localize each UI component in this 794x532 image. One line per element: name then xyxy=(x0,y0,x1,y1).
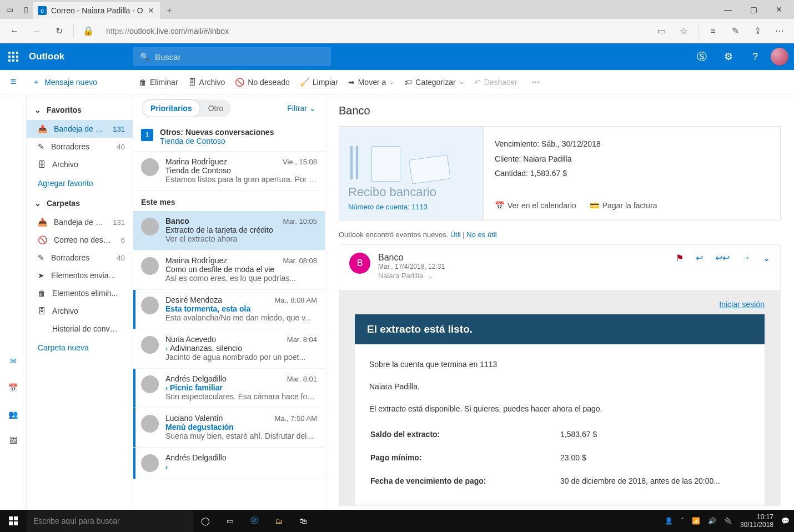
left-rail: ✉ 📅 👥 🖼 xyxy=(0,94,27,510)
events-useful-link[interactable]: Útil xyxy=(450,230,461,239)
store-icon[interactable]: 🛍 xyxy=(291,510,315,532)
site-lock-icon[interactable]: 🔒 xyxy=(78,21,98,41)
sidebar-item[interactable]: 🗑Elementos elimin... xyxy=(27,284,133,302)
filter-button[interactable]: Filtrar ⌄ xyxy=(287,104,316,113)
set-aside-tabs-icon[interactable]: ▯ xyxy=(19,2,33,17)
nav-toggle-icon[interactable]: ≡ xyxy=(0,76,27,88)
skype-icon[interactable]: Ⓢ xyxy=(689,43,715,70)
reply-icon[interactable]: ↩ xyxy=(696,253,703,263)
address-bar[interactable]: https://outlook.live.com/mail/#/inbox xyxy=(100,27,649,36)
sidebar-item[interactable]: 🗄Archivo xyxy=(27,302,133,320)
view-calendar-button[interactable]: 📅Ver en el calendario xyxy=(495,201,576,210)
tab-focused[interactable]: Prioritarios xyxy=(142,99,200,117)
focused-other-toggle[interactable]: Prioritarios Otro xyxy=(142,99,231,117)
tray-power-icon[interactable]: 🔌 xyxy=(724,517,732,525)
sidebar-item[interactable]: 🚫Correo no deseado6 xyxy=(27,231,133,249)
search-input[interactable] xyxy=(155,52,324,62)
search-box[interactable]: 🔍 xyxy=(133,47,331,66)
start-button[interactable] xyxy=(0,510,27,532)
cortana-icon[interactable]: ◯ xyxy=(193,510,218,532)
events-not-useful-link[interactable]: No es útil xyxy=(466,230,496,239)
account-avatar[interactable] xyxy=(771,48,788,66)
tray-people-icon[interactable]: 👤 xyxy=(665,517,673,525)
message-subject: Menú degustación xyxy=(165,423,317,431)
task-view-icon[interactable]: ▭ xyxy=(218,510,242,532)
message-item[interactable]: Andrés DelgadilloMar. 8:01 ›Picnic famil… xyxy=(133,369,325,408)
sender-avatar xyxy=(141,336,159,354)
sidebar-item[interactable]: ➤Elementos enviados xyxy=(27,267,133,284)
message-item[interactable]: Desiré MendozaMa., 8:08 AM Esta tormenta… xyxy=(133,290,325,329)
sidebar-item[interactable]: 🗄Archivo xyxy=(27,155,133,173)
browser-tab[interactable]: o Correo - Naiara Padilla - O ✕ xyxy=(33,2,160,19)
forward-button[interactable]: → xyxy=(27,21,47,41)
add-favorite-link[interactable]: Agregar favorito xyxy=(27,173,133,193)
message-item[interactable]: Marina RodríguezMar. 08:08 Como un desfi… xyxy=(133,250,325,290)
sidebar-item[interactable]: 📥Bandeja de entrada131 xyxy=(27,213,133,231)
window-maximize-icon[interactable]: ▢ xyxy=(741,0,766,19)
archive-button[interactable]: 🗄Archivo xyxy=(188,78,225,87)
message-item[interactable]: Luciano ValentínMa., 7:50 AM Menú degust… xyxy=(133,408,325,448)
amount-line: Cantidad: 1,583.67 $ xyxy=(495,166,769,181)
chevron-down-icon[interactable]: ⌄ xyxy=(763,253,770,263)
hub-icon[interactable]: ≡ xyxy=(703,21,723,41)
tab-other[interactable]: Otro xyxy=(200,99,231,117)
settings-icon[interactable]: ⚙ xyxy=(715,43,742,70)
favorite-icon[interactable]: ☆ xyxy=(674,21,694,41)
edge-icon[interactable]: ⓔ xyxy=(242,510,267,532)
message-item[interactable]: Andrés Delgadillo › xyxy=(133,448,325,479)
login-link[interactable]: Iniciar sesión xyxy=(355,300,765,309)
sidebar-item[interactable]: ✎Borradores40 xyxy=(27,249,133,267)
tray-volume-icon[interactable]: 🔊 xyxy=(708,517,716,525)
taskbar-search[interactable]: Escribe aquí para buscar xyxy=(27,510,193,532)
reading-view-icon[interactable]: ▭ xyxy=(651,21,671,41)
categorize-button[interactable]: 🏷Categorizar⌄ xyxy=(404,78,464,87)
refresh-button[interactable]: ↻ xyxy=(49,21,69,41)
folder-icon: 🗄 xyxy=(38,160,46,169)
people-icon[interactable]: 👥 xyxy=(8,409,19,420)
more-commands-icon[interactable]: ⋯ xyxy=(527,78,545,87)
tray-up-icon[interactable]: ˄ xyxy=(681,517,684,525)
tab-close-icon[interactable]: ✕ xyxy=(148,6,154,15)
help-icon[interactable]: ? xyxy=(742,43,768,70)
message-item[interactable]: BancoMar. 10:05 Extracto de la tarjeta d… xyxy=(133,211,325,250)
brand-label[interactable]: Outlook xyxy=(27,51,133,62)
window-minimize-icon[interactable]: — xyxy=(715,0,741,19)
folders-header[interactable]: ⌄ Carpetas xyxy=(27,193,133,213)
tab-preview-icon[interactable]: ▭ xyxy=(2,2,17,17)
more-icon[interactable]: ⋯ xyxy=(770,21,790,41)
mail-icon[interactable]: ✉ xyxy=(8,355,19,367)
new-tab-button[interactable]: ＋ xyxy=(160,2,179,19)
sidebar-item[interactable]: 📥Bandeja de entrada131 xyxy=(27,120,133,138)
explorer-icon[interactable]: 🗂 xyxy=(267,510,291,532)
sweep-button[interactable]: 🧹Limpiar xyxy=(300,78,338,87)
reply-all-icon[interactable]: ↩↩ xyxy=(715,253,730,263)
app-launcher-icon[interactable] xyxy=(0,43,27,70)
share-icon[interactable]: ⇪ xyxy=(747,21,767,41)
sidebar-item[interactable]: Historial de conversaciones xyxy=(27,320,133,338)
sidebar-item[interactable]: ✎Borradores40 xyxy=(27,138,133,155)
back-button[interactable]: ← xyxy=(4,21,24,41)
tray-wifi-icon[interactable]: 📶 xyxy=(692,517,700,525)
junk-button[interactable]: 🚫No deseado xyxy=(235,78,290,87)
message-item[interactable]: Nuria AcevedoMar. 8:04 ›Adivinanzas, sil… xyxy=(133,329,325,369)
photos-icon[interactable]: 🖼 xyxy=(8,435,19,446)
other-inbox-summary[interactable]: 1 Otros: Nuevas conversaciones Tienda de… xyxy=(133,122,325,152)
favorites-header[interactable]: ⌄ Favoritos xyxy=(27,100,133,120)
delete-button[interactable]: 🗑Eliminar xyxy=(139,78,178,87)
window-close-icon[interactable]: ✕ xyxy=(766,0,792,19)
chevron-down-icon[interactable]: ⌄ xyxy=(428,272,434,280)
flag-icon[interactable]: ⚑ xyxy=(676,253,684,263)
move-button[interactable]: ➡Mover a⌄ xyxy=(348,78,395,87)
message-item[interactable]: Marina RodríguezVie., 15:08 Tienda de Co… xyxy=(133,152,325,191)
reading-subject: Banco xyxy=(339,104,781,117)
new-folder-link[interactable]: Carpeta nueva xyxy=(27,338,133,358)
taskbar-clock[interactable]: 10:17 30/11/2018 xyxy=(740,513,773,529)
action-center-icon[interactable]: 💬 xyxy=(781,517,790,525)
calendar-icon[interactable]: 📅 xyxy=(8,382,19,393)
forward-icon[interactable]: → xyxy=(742,253,751,263)
notes-icon[interactable]: ✎ xyxy=(725,21,745,41)
window-titlebar: ▭ ▯ o Correo - Naiara Padilla - O ✕ ＋ — … xyxy=(0,0,794,19)
message-viewer: B Banco Mar., 17/4/2018, 12:31 Naiara Pa… xyxy=(339,244,781,506)
new-message-button[interactable]: ＋ Mensaje nuevo xyxy=(32,77,97,87)
pay-bill-button[interactable]: 💳Pagar la factura xyxy=(590,201,657,210)
